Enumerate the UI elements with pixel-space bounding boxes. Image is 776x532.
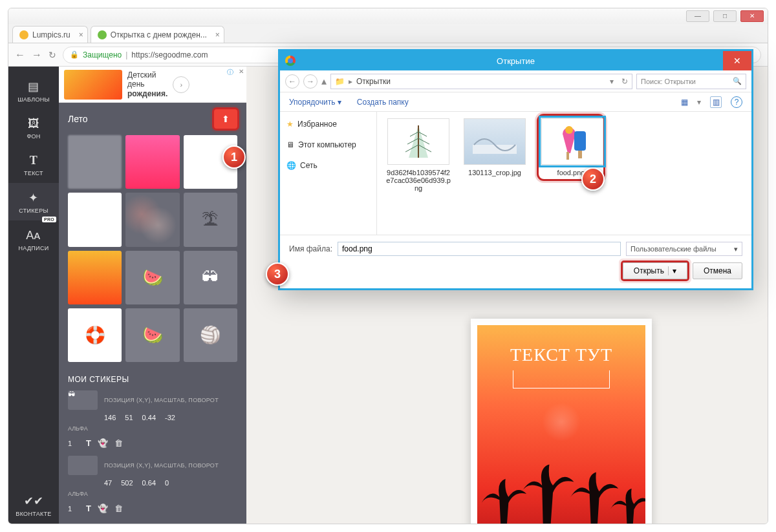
nav-captions[interactable]: PRO Aᴀ НАДПИСИ xyxy=(8,220,59,258)
palms-illustration xyxy=(477,430,645,524)
sticker-thumb[interactable]: 🍉 xyxy=(125,251,179,304)
back-button[interactable]: ← xyxy=(15,49,25,61)
refresh-icon[interactable]: ↻ xyxy=(621,77,628,86)
nav-templates[interactable]: ▤ ШАБЛОНЫ xyxy=(8,72,59,109)
file-item[interactable]: 9d362f4b1039574f2e7cac036e06d939.png xyxy=(386,118,451,192)
browser-tab[interactable]: Lumpics.ru × xyxy=(12,26,88,43)
pc-icon: 🖥 xyxy=(286,140,294,149)
sticker-instance-row[interactable]: ПОЗИЦИЯ (X,Y), МАСШТАБ, ПОВОРОТ xyxy=(59,453,246,478)
sticker-thumb[interactable] xyxy=(125,193,179,246)
postcard-canvas[interactable]: ТЕКСТ ТУТ xyxy=(471,319,652,524)
alpha-label: АЛЬФА xyxy=(59,423,246,438)
filename-input[interactable] xyxy=(338,242,621,256)
forward-button[interactable]: → xyxy=(32,49,42,61)
search-placeholder: Поиск: Открытки xyxy=(641,78,696,85)
tree-network[interactable]: 🌐Сеть xyxy=(284,158,372,173)
browser-tab[interactable]: Открытка с днем рожден... × xyxy=(91,26,224,43)
instance-values: 47 502 0.64 0 xyxy=(59,478,246,488)
tab-title: Открытка с днем рожден... xyxy=(111,30,207,39)
file-item[interactable]: 130113_crop.jpg xyxy=(462,118,527,176)
ad-banner[interactable]: ⓘ ✕ Детский день рождения. › xyxy=(59,67,246,103)
sticker-thumb[interactable] xyxy=(68,135,122,189)
sticker-thumb[interactable] xyxy=(68,193,122,246)
ad-next-button[interactable]: › xyxy=(173,76,189,93)
preview-pane-button[interactable]: ▥ xyxy=(710,96,722,108)
instance-thumb: 🕶 xyxy=(68,390,98,410)
file-name: 130113_crop.jpg xyxy=(462,169,527,176)
os-maximize-button[interactable]: □ xyxy=(713,10,737,22)
alpha-value[interactable]: 1 xyxy=(68,505,80,513)
sticker-thumb[interactable]: 🍉 xyxy=(125,308,179,362)
svg-point-5 xyxy=(565,126,573,134)
file-thumb xyxy=(387,118,449,165)
dialog-forward-button[interactable]: → xyxy=(303,74,318,89)
vk-icon: ✔✔ xyxy=(8,494,59,508)
editor-left-nav: ▤ ШАБЛОНЫ 🖼 ФОН T ТЕКСТ ✦ СТИКЕРЫ PRO Aᴀ… xyxy=(8,67,59,524)
help-icon[interactable]: ? xyxy=(731,96,742,108)
dialog-back-button[interactable]: ← xyxy=(285,74,299,89)
nav-vk[interactable]: ✔✔ ВКОНТАКТЕ xyxy=(8,486,59,524)
open-dropdown-icon[interactable]: ▾ xyxy=(668,266,676,275)
dialog-close-button[interactable]: ✕ xyxy=(723,51,751,70)
tool-delete-icon[interactable]: 🗑 xyxy=(114,438,123,448)
decoration xyxy=(513,370,610,388)
nav-stickers[interactable]: ✦ СТИКЕРЫ xyxy=(8,183,59,220)
os-minimize-button[interactable]: — xyxy=(686,10,709,22)
nav-label: ФОН xyxy=(27,133,40,140)
nav-background[interactable]: 🖼 ФОН xyxy=(8,109,59,146)
os-close-button[interactable]: ✕ xyxy=(740,10,764,22)
tool-text-icon[interactable]: T xyxy=(86,504,91,513)
tool-ghost-icon[interactable]: 👻 xyxy=(98,504,108,513)
view-mode-button[interactable]: ▦ xyxy=(681,98,688,107)
chevron-down-icon[interactable]: ▾ xyxy=(610,77,614,86)
annotation-badge-2: 2 xyxy=(581,167,605,191)
dialog-titlebar[interactable]: Открытие ✕ xyxy=(280,51,751,70)
tool-text-icon[interactable]: T xyxy=(86,438,91,448)
instance-thumb xyxy=(68,456,98,475)
organize-menu[interactable]: Упорядочить ▾ xyxy=(289,98,341,107)
captions-icon: Aᴀ xyxy=(8,228,59,242)
sticker-thumb[interactable]: 🛟 xyxy=(68,308,122,362)
ad-close-icon[interactable]: ✕ xyxy=(239,68,244,75)
templates-icon: ▤ xyxy=(8,80,59,94)
sticker-instance-row[interactable]: 🕶 ПОЗИЦИЯ (X,Y), МАСШТАБ, ПОВОРОТ xyxy=(59,388,246,412)
dialog-path[interactable]: 📁 ▸ Открытки ▾ ↻ xyxy=(330,74,632,89)
sticker-thumb[interactable]: 🏐 xyxy=(184,308,237,362)
upload-sticker-button[interactable]: ⬆ xyxy=(214,109,237,129)
lock-icon: 🔒 xyxy=(70,50,79,59)
tree-favorites[interactable]: ★Избранное xyxy=(284,117,372,131)
sticker-thumb[interactable]: 🏝 xyxy=(184,193,237,246)
cancel-button[interactable]: Отмена xyxy=(693,262,742,279)
tab-close-icon[interactable]: × xyxy=(215,30,220,39)
nav-text[interactable]: T ТЕКСТ xyxy=(8,146,59,183)
instance-labels: ПОЗИЦИЯ (X,Y), МАСШТАБ, ПОВОРОТ xyxy=(104,397,219,403)
breadcrumb: Открытки xyxy=(356,77,391,86)
ad-text: Детский день рождения. xyxy=(127,70,167,98)
dialog-file-list[interactable]: 9d362f4b1039574f2e7cac036e06d939.png 130… xyxy=(377,112,751,235)
tool-ghost-icon[interactable]: 👻 xyxy=(98,438,108,448)
open-button[interactable]: Открыть ▾ xyxy=(623,262,687,279)
dialog-up-button[interactable]: ▴ xyxy=(321,75,327,87)
new-folder-button[interactable]: Создать папку xyxy=(357,98,409,107)
chevron-down-icon[interactable]: ▾ xyxy=(697,98,701,107)
dialog-search-input[interactable]: Поиск: Открытки 🔍 xyxy=(636,74,746,89)
sticker-thumb[interactable] xyxy=(68,251,122,304)
nav-label: ТЕКСТ xyxy=(24,170,43,176)
search-icon: 🔍 xyxy=(733,77,742,85)
tool-delete-icon[interactable]: 🗑 xyxy=(114,504,123,513)
dialog-footer: Имя файла: Пользовательские файлы ▾ Откр… xyxy=(280,235,751,288)
sticker-thumb[interactable]: 🕶 xyxy=(184,251,237,304)
canvas-text[interactable]: ТЕКСТ ТУТ xyxy=(477,345,645,365)
tab-title: Lumpics.ru xyxy=(32,30,70,39)
tree-this-pc[interactable]: 🖥Этот компьютер xyxy=(284,138,372,152)
instance-labels: ПОЗИЦИЯ (X,Y), МАСШТАБ, ПОВОРОТ xyxy=(104,462,219,469)
tab-close-icon[interactable]: × xyxy=(79,30,83,39)
ad-info-icon[interactable]: ⓘ xyxy=(227,68,233,77)
alpha-value[interactable]: 1 xyxy=(68,440,80,447)
nav-label: ВКОНТАКТЕ xyxy=(16,511,51,517)
instance-values: 146 51 0.44 -32 xyxy=(59,412,246,423)
reload-button[interactable]: ↻ xyxy=(48,50,56,60)
sticker-thumb[interactable] xyxy=(125,135,179,189)
file-filter-select[interactable]: Пользовательские файлы ▾ xyxy=(626,242,742,256)
folder-icon: 📁 xyxy=(335,77,345,86)
